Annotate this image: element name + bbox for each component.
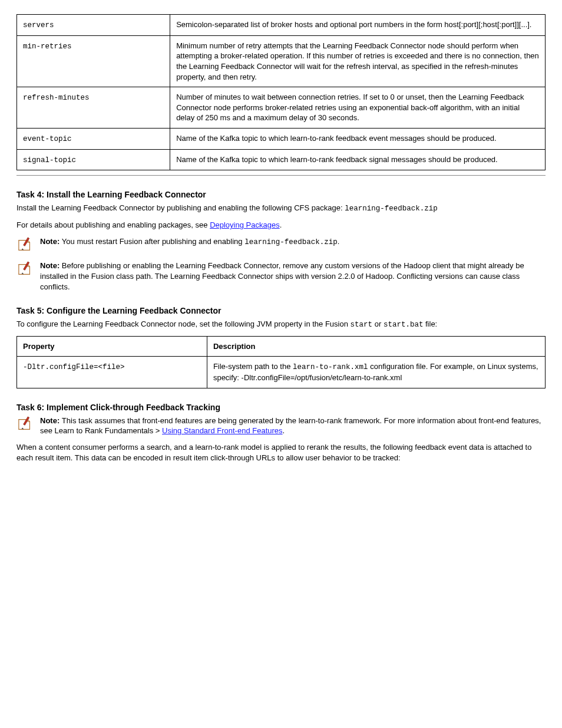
table-row: refresh-minutes Number of minutes to wai… — [17, 87, 546, 129]
note-text: This task assumes that front-end feature… — [40, 416, 541, 436]
code: learning-feedback.zip — [244, 238, 338, 246]
text: To configure the Learning Feedback Conne… — [16, 319, 351, 328]
note-hadoop: Note: Before publishing or enabling the … — [16, 261, 546, 292]
note-label: Note: — [40, 237, 62, 246]
col-header-property: Property — [17, 336, 207, 357]
heading-task-6: Task 6: Implement Click-through Feedback… — [16, 403, 546, 412]
package-name: learning-feedback.zip — [345, 205, 438, 213]
note-label: Note: — [40, 261, 62, 270]
deploying-packages-link[interactable]: Deploying Packages — [210, 220, 280, 229]
note-restart: Note: You must restart Fusion after publ… — [16, 236, 546, 255]
prop-desc: Name of the Kafka topic to which learn-t… — [170, 149, 546, 170]
prop-desc: Number of minutes to wait between connec… — [170, 87, 546, 129]
task6-para: When a content consumer performs a searc… — [16, 442, 546, 463]
prop-name: signal-topic — [23, 156, 76, 164]
prop-name: min-retries — [23, 42, 72, 51]
task4-para2: For details about publishing and enablin… — [16, 220, 546, 230]
prop-name: servers — [23, 21, 54, 29]
prop-desc: Name of the Kafka topic to which learn-t… — [170, 128, 546, 149]
text: . — [280, 220, 282, 229]
prop-name: -Dltr.configFile=<file> — [23, 363, 125, 371]
properties-table-1: servers Semicolon-separated list of brok… — [16, 14, 546, 170]
properties-table-2: Property Description -Dltr.configFile=<f… — [16, 336, 546, 388]
divider — [16, 175, 546, 176]
note-icon — [16, 416, 34, 434]
note-icon — [16, 237, 34, 255]
code: start — [351, 321, 373, 329]
table-header-row: Property Description — [17, 336, 546, 357]
heading-task-5: Task 5: Configure the Learning Feedback … — [16, 306, 546, 315]
table-row: event-topic Name of the Kafka topic to w… — [17, 128, 546, 149]
note-label: Note: — [40, 416, 62, 425]
prop-desc: Minimum number of retry attempts that th… — [170, 35, 546, 87]
text: file: — [423, 319, 437, 328]
table-row: signal-topic Name of the Kafka topic to … — [17, 149, 546, 170]
text: or — [372, 319, 384, 328]
prop-name: event-topic — [23, 135, 72, 143]
frontend-features-link[interactable]: Using Standard Front-end Features — [162, 426, 283, 435]
note-text: You must restart Fusion after publishing… — [62, 237, 244, 246]
heading-task-4: Task 4: Install the Learning Feedback Co… — [16, 190, 546, 199]
task5-para: To configure the Learning Feedback Conne… — [16, 319, 546, 330]
prop-desc: File-system path to the learn-to-rank.xm… — [207, 357, 545, 388]
note-text: Before publishing or enabling the Learni… — [40, 261, 524, 291]
code: start.bat — [384, 321, 424, 329]
prop-desc: Semicolon-separated list of broker hosts… — [170, 15, 546, 36]
note-icon — [16, 261, 34, 279]
task4-para1: Install the Learning Feedback Connector … — [16, 203, 546, 214]
note-frontend-features: Note: This task assumes that front-end f… — [16, 416, 546, 436]
table-row: servers Semicolon-separated list of brok… — [17, 15, 546, 36]
text: File-system path to the — [213, 362, 293, 371]
col-header-description: Description — [207, 336, 545, 357]
prop-name: refresh-minutes — [23, 94, 90, 102]
table-row: min-retries Minimum number of retry atte… — [17, 35, 546, 87]
note-text: . — [338, 237, 340, 246]
code: learn-to-rank.xml — [293, 363, 368, 371]
table-row: -Dltr.configFile=<file> File-system path… — [17, 357, 546, 388]
text: For details about publishing and enablin… — [16, 220, 210, 229]
text: Install the Learning Feedback Connector … — [16, 203, 345, 212]
